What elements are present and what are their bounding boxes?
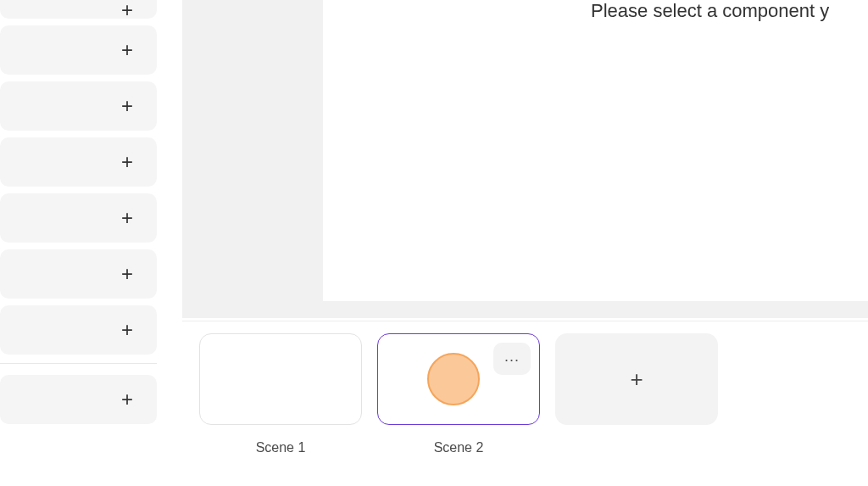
add-item-tile[interactable]: + [0,137,157,187]
plus-icon: + [121,389,133,410]
scene-thumbnail[interactable] [199,333,362,425]
more-icon: ... [504,349,520,364]
add-item-tile[interactable]: + [0,305,157,355]
plus-icon: + [121,152,133,172]
scene-thumbnail-selected[interactable]: ... [377,333,540,425]
scene-more-button[interactable]: ... [493,343,531,375]
add-item-tile[interactable]: + [0,375,157,424]
scene-block: ... Scene 2 [377,333,540,455]
scene-block: Scene 1 [199,333,362,455]
plus-icon: + [121,320,133,340]
add-item-tile[interactable]: + [0,249,157,299]
canvas-area: Please select a component y [182,0,868,318]
left-panel: + + + + + + + + [0,0,162,486]
plus-icon: + [630,366,643,393]
plus-icon: + [121,208,133,228]
scene-label: Scene 2 [434,440,484,455]
scene-label: Scene 1 [256,440,306,455]
plus-icon: + [121,40,133,60]
add-item-tile[interactable]: + [0,81,157,131]
add-scene-button[interactable]: + [555,333,718,425]
panel-divider [0,363,157,368]
plus-icon: + [121,0,133,20]
canvas-prompt-text: Please select a component y [591,0,829,22]
add-item-tile[interactable]: + [0,0,157,19]
highlight-marker-icon [427,353,480,405]
scene-timeline: Scene 1 ... Scene 2 + [182,321,868,486]
add-item-tile[interactable]: + [0,193,157,243]
plus-icon: + [121,96,133,116]
add-item-tile[interactable]: + [0,25,157,75]
plus-icon: + [121,264,133,284]
canvas-stage[interactable]: Please select a component y [323,0,868,301]
